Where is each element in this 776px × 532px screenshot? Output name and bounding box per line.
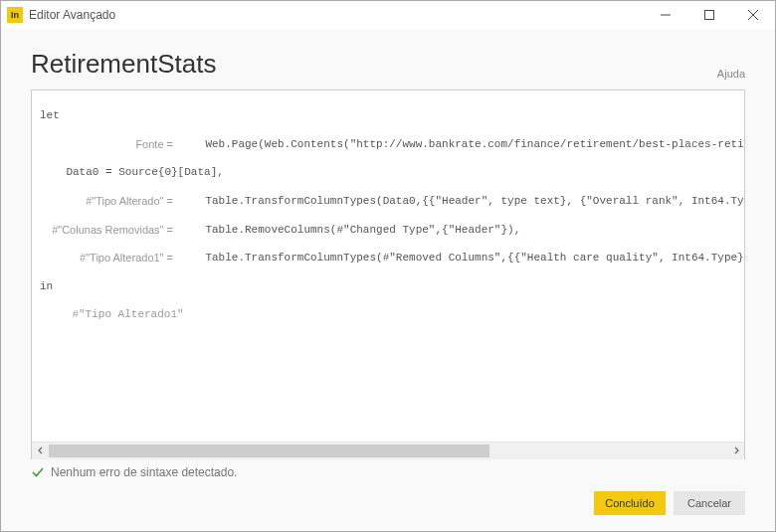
scroll-left-button[interactable] (32, 443, 49, 459)
horizontal-scrollbar[interactable] (32, 442, 744, 458)
chevron-left-icon (37, 446, 45, 454)
code-text: Table.TransformColumnTypes(#"Removed Col… (179, 251, 744, 265)
help-link[interactable]: Ajuda (717, 68, 745, 80)
code-text: Data0 = Source{0}[Data], (40, 165, 224, 179)
titlebar: In Editor Avançado (1, 1, 775, 29)
step-label: #"Tipo Alterado" = (40, 194, 179, 208)
header-row: RetirementStats Ajuda (31, 49, 745, 80)
step-label: Fonte = (40, 137, 179, 151)
app-icon: In (7, 7, 23, 23)
editor-frame: let Fonte = Web.Page(Web.Contents("http:… (31, 89, 745, 459)
status-row: Nenhum erro de sintaxe detectado. (31, 459, 745, 491)
check-icon (31, 465, 45, 479)
maximize-icon (704, 10, 714, 20)
content-area: RetirementStats Ajuda let Fonte = Web.Pa… (1, 29, 775, 531)
svg-rect-1 (705, 11, 714, 20)
close-icon (748, 10, 758, 20)
minimize-button[interactable] (644, 1, 687, 29)
code-keyword: let (40, 108, 60, 122)
window-frame: In Editor Avançado RetirementStats Ajuda… (0, 0, 776, 532)
cancel-button[interactable]: Cancelar (674, 491, 745, 515)
code-text: #"Tipo Alterado1" (46, 307, 184, 321)
close-button[interactable] (731, 1, 775, 29)
window-controls (644, 1, 775, 29)
code-text: Web.Page(Web.Contents("http://www.bankra… (179, 137, 744, 151)
chevron-right-icon (732, 446, 740, 454)
code-text: Table.TransformColumnTypes(Data0,{{"Head… (179, 194, 744, 208)
step-label: #"Colunas Removidas" = (40, 223, 179, 237)
code-editor[interactable]: let Fonte = Web.Page(Web.Contents("http:… (32, 90, 744, 442)
page-title: RetirementStats (31, 49, 216, 80)
minimize-icon (661, 10, 671, 20)
window-title: Editor Avançado (29, 8, 115, 22)
scroll-track[interactable] (49, 443, 727, 459)
code-text: Table.RemoveColumns(#"Changed Type",{"He… (179, 223, 520, 237)
code-keyword: in (40, 279, 53, 293)
status-message: Nenhum erro de sintaxe detectado. (51, 465, 237, 479)
done-button[interactable]: Concluído (594, 491, 666, 515)
scroll-thumb[interactable] (49, 444, 489, 457)
step-label: #"Tipo Alterado1" = (40, 251, 179, 265)
maximize-button[interactable] (687, 1, 731, 29)
scroll-right-button[interactable] (727, 443, 744, 459)
button-row: Concluído Cancelar (31, 491, 745, 519)
